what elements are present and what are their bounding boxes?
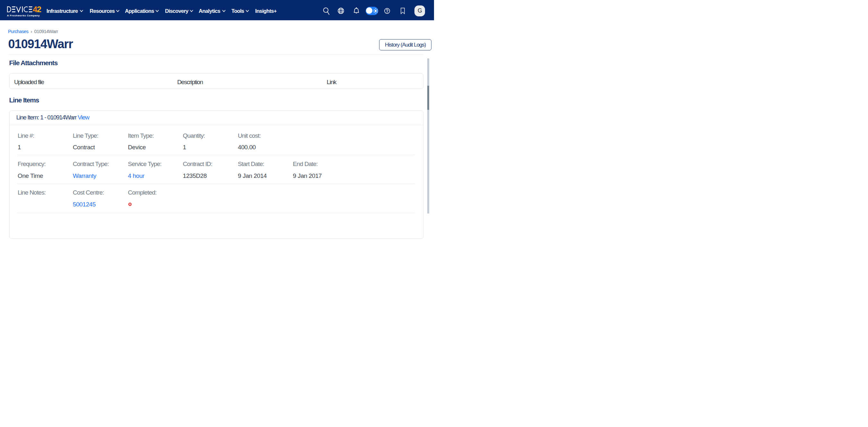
- svg-text:2: 2: [37, 5, 41, 14]
- svg-text:A Freshworks Company: A Freshworks Company: [7, 14, 40, 17]
